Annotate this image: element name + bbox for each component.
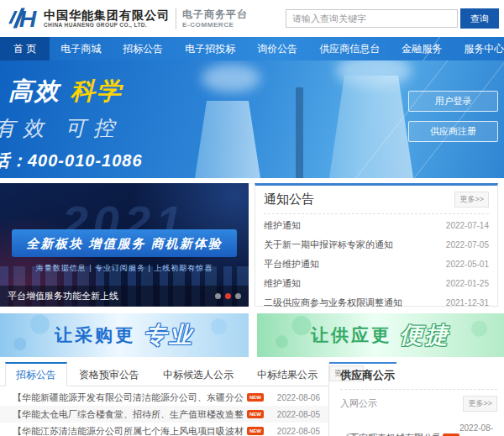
- platform-name-en: E-COMMERCE: [182, 21, 248, 29]
- supply-promo-prefix: 让供应更: [311, 323, 391, 347]
- nav-item-e-mall[interactable]: 电子商城: [50, 37, 112, 60]
- promo-strips: 让采购更 专业 让供应更 便捷: [0, 313, 504, 357]
- hero-buttons: 用户登录 供应商注册: [408, 91, 498, 142]
- tab-tender-notice[interactable]: 招标公告: [5, 362, 67, 386]
- carousel-dot[interactable]: [215, 293, 221, 299]
- hero-phone-number: 400-010-1086: [28, 151, 143, 170]
- supplier-subheader: 入网公示 更多>>: [340, 396, 497, 412]
- platform-name-cn: 电子商务平台: [182, 8, 248, 21]
- supplier-subtitle: 入网公示: [340, 397, 377, 410]
- middle-section: 2021 全新板块 增值服务 商机新体验 海量数据信息 | 专业订阅服务 | 上…: [0, 183, 504, 307]
- tender-item-title: 【华能新疆能源开发有限公司清洁能源分公司、东疆分公司安保服务采购项目】招...: [13, 391, 244, 404]
- new-badge: NEW: [247, 427, 264, 435]
- top-bar: H 中国华能集团有限公司 CHINA HUANENG GROUP CO., LT…: [0, 0, 504, 37]
- notice-item[interactable]: 关于新一期申报评标专家的通知 2022-07-05: [264, 235, 489, 255]
- carousel-dot-active[interactable]: [225, 293, 231, 299]
- tab-bid-candidates[interactable]: 中标候选人公示: [151, 364, 245, 386]
- hero-headline-2: 科学: [71, 77, 123, 104]
- hero-headline-1: 高效: [8, 77, 60, 104]
- tender-item[interactable]: 【华能新疆能源开发有限公司清洁能源分公司、东疆分公司安保服务采购项目】招... …: [0, 389, 328, 406]
- purchase-promo-prefix: 让采购更: [55, 323, 135, 347]
- tab-bid-results[interactable]: 中标结果公示: [245, 364, 329, 386]
- notice-item-date: 2022-07-14: [446, 216, 489, 235]
- search-bar: 查询: [286, 8, 499, 29]
- nav-item-home[interactable]: 首 页: [0, 37, 50, 60]
- notice-item-title: 维护通知: [264, 216, 301, 235]
- tender-item-date: 2022-08-05: [277, 427, 320, 436]
- carousel-subtext: 海量数据信息 | 专业订阅服务 | 上线初期有惊喜: [0, 263, 249, 274]
- notice-title: 通知公告: [264, 192, 314, 207]
- notice-item-date: 2022-07-05: [446, 235, 489, 255]
- hero-phone-label: 话：: [0, 151, 28, 170]
- new-badge: NEW: [247, 410, 264, 418]
- logo-platform-text: 电子商务平台 E-COMMERCE: [182, 8, 248, 29]
- cooling-tower-graphic: [195, 101, 260, 178]
- company-name-en: CHINA HUANENG GROUP CO., LTD.: [44, 22, 170, 28]
- supplier-panel: 供应商公示 入网公示 更多>> 《西安辉泰机械有限公司》成为... NEW 20…: [329, 363, 504, 436]
- chimney-graphic: [296, 87, 303, 178]
- tender-item-title: 【华能江苏清洁能源分公司所属七个海上风电项目吸波材料涂敷项目【重新招标】...: [13, 425, 244, 436]
- hero-phone: 话：400-010-1086: [0, 150, 143, 172]
- supplier-more-button[interactable]: 更多>>: [463, 396, 497, 412]
- notice-more-button[interactable]: 更多>>: [454, 192, 489, 207]
- tender-item-title: 【华能太仓电厂综合楼食堂、招待所、生产值班楼改造整修工程】招标公告: [13, 408, 244, 421]
- tender-tabs: 招标公告 资格预审公告 中标候选人公示 中标结果公示 更多>>: [0, 363, 328, 386]
- tab-prequalification[interactable]: 资格预审公告: [67, 364, 151, 386]
- page: H 中国华能集团有限公司 CHINA HUANENG GROUP CO., LT…: [0, 0, 504, 436]
- main-nav: 首 页 电子商城 招标公告 电子招投标 询价公告 供应商信息台 金融服务 服务中…: [0, 37, 504, 60]
- nav-item-service-center[interactable]: 服务中心: [453, 37, 504, 60]
- tender-item[interactable]: 【华能江苏清洁能源分公司所属七个海上风电项目吸波材料涂敷项目【重新招标】... …: [0, 423, 328, 436]
- bottom-section: 招标公告 资格预审公告 中标候选人公示 中标结果公示 更多>> 【华能新疆能源开…: [0, 363, 504, 436]
- tender-panel: 招标公告 资格预审公告 中标候选人公示 中标结果公示 更多>> 【华能新疆能源开…: [0, 363, 329, 436]
- logo-company-text: 中国华能集团有限公司 CHINA HUANENG GROUP CO., LTD.: [44, 9, 170, 28]
- supplier-item-date: 2022-08-05: [459, 419, 497, 436]
- hero-slogan: 高效科学 有效 可控 话：400-010-1086: [0, 75, 143, 172]
- tender-item-date: 2022-08-06: [277, 393, 320, 402]
- notice-item-title: 维护通知: [264, 274, 301, 293]
- cooling-tower-graphic: [329, 76, 413, 178]
- notice-item-title: 平台维护通知: [264, 255, 319, 274]
- notice-item-date: 2022-01-25: [446, 274, 489, 293]
- notice-panel: 通知公告 更多>> 维护通知 2022-07-14 关于新一期申报评标专家的通知…: [255, 183, 498, 307]
- svg-text:H: H: [19, 5, 38, 32]
- search-button[interactable]: 查询: [460, 8, 499, 29]
- company-name-cn: 中国华能集团有限公司: [44, 9, 170, 22]
- nav-item-finance[interactable]: 金融服务: [391, 37, 453, 60]
- hero-banner: 高效科学 有效 可控 话：400-010-1086 用户登录 供应商注册: [0, 60, 504, 178]
- user-login-button[interactable]: 用户登录: [408, 91, 498, 112]
- carousel-dot[interactable]: [235, 293, 241, 299]
- tender-item-date: 2022-08-05: [277, 410, 320, 419]
- notice-item-title: 关于新一期申报评标专家的通知: [264, 235, 393, 255]
- nav-item-supplier-info[interactable]: 供应商信息台: [308, 37, 391, 60]
- supplier-item-title: 《西安辉泰机械有限公司》成为...: [340, 428, 439, 436]
- purchase-promo-banner[interactable]: 让采购更 专业: [0, 313, 249, 357]
- tender-item[interactable]: 【华能太仓电厂综合楼食堂、招待所、生产值班楼改造整修工程】招标公告 NEW 20…: [0, 406, 328, 423]
- hero-subline: 有效 可控: [0, 114, 143, 142]
- nav-item-e-bidding[interactable]: 电子招投标: [174, 37, 246, 60]
- notice-item[interactable]: 二级供应商参与业务权限调整通知 2021-12-31: [264, 293, 489, 313]
- notice-list: 维护通知 2022-07-14 关于新一期申报评标专家的通知 2022-07-0…: [264, 214, 489, 313]
- supplier-item[interactable]: 《西安辉泰机械有限公司》成为... NEW 2022-08-05: [340, 419, 497, 436]
- tender-list: 【华能新疆能源开发有限公司清洁能源分公司、东疆分公司安保服务采购项目】招... …: [0, 389, 328, 436]
- supplier-list: 《西安辉泰机械有限公司》成为... NEW 2022-08-05 《伊沃环境科技…: [340, 419, 497, 436]
- search-input[interactable]: [286, 9, 458, 28]
- notice-item[interactable]: 维护通知 2022-01-25: [264, 274, 489, 293]
- new-badge: NEW: [247, 393, 264, 402]
- logo-divider: [176, 8, 176, 29]
- notice-item-date: 2022-05-01: [446, 255, 489, 274]
- promo-carousel[interactable]: 2021 全新板块 增值服务 商机新体验 海量数据信息 | 专业订阅服务 | 上…: [0, 183, 249, 307]
- purchase-promo-highlight: 专业: [144, 320, 194, 350]
- nav-item-inquiry-notice[interactable]: 询价公告: [246, 37, 308, 60]
- nav-item-tender-notice[interactable]: 招标公告: [112, 37, 174, 60]
- logo[interactable]: H 中国华能集团有限公司 CHINA HUANENG GROUP CO., LT…: [7, 5, 248, 32]
- supply-promo-highlight: 便捷: [400, 320, 450, 350]
- carousel-caption-bar: 平台增值服务功能全新上线: [0, 286, 249, 307]
- huaneng-logo-icon: H: [7, 5, 40, 32]
- notice-item[interactable]: 平台维护通知 2022-05-01: [264, 255, 489, 274]
- supplier-register-button[interactable]: 供应商注册: [408, 121, 498, 142]
- notice-item[interactable]: 维护通知 2022-07-14: [264, 216, 489, 235]
- supplier-panel-title: 供应商公示: [340, 368, 497, 390]
- supply-promo-banner[interactable]: 让供应更 便捷: [257, 313, 504, 357]
- notice-item-title: 二级供应商参与业务权限调整通知: [264, 293, 402, 313]
- carousel-dots: [215, 293, 241, 299]
